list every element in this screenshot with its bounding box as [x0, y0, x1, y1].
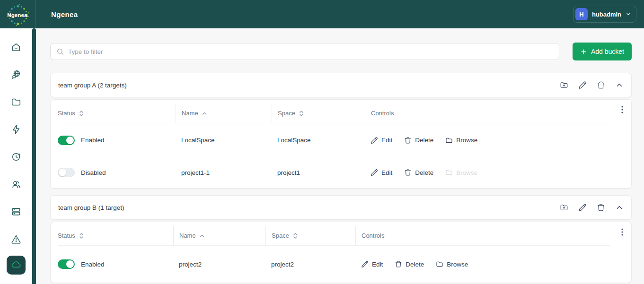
delete-button[interactable]: Delete	[395, 260, 424, 268]
table-row: Enabled project2 project2 Edit Delete	[58, 246, 610, 283]
edit-pencil-icon	[371, 137, 378, 144]
filter-field[interactable]	[50, 43, 559, 60]
column-header-controls: Controls	[365, 104, 610, 123]
group-b-title: team group B (1 target)	[58, 204, 124, 211]
browse-button[interactable]: Browse	[445, 137, 477, 144]
add-target-folder-plus-icon[interactable]	[560, 203, 568, 212]
table-row: Enabled LocalSpace LocalSpace Edit Del	[58, 123, 610, 157]
group-a-header: team group A (2 targets)	[50, 73, 632, 97]
column-header-status[interactable]: Status	[58, 226, 173, 245]
folder-icon[interactable]	[11, 97, 21, 107]
status-toggle[interactable]	[58, 259, 75, 269]
browse-button-disabled: Browse	[445, 169, 477, 176]
activity-zap-icon[interactable]	[11, 124, 21, 135]
add-bucket-button[interactable]: Add bucket	[573, 43, 632, 60]
group-a-table-header: Status Name Space Controls	[58, 103, 610, 123]
users-icon[interactable]	[11, 179, 21, 189]
cloud-service-button[interactable]	[7, 256, 26, 275]
filter-input[interactable]	[68, 48, 553, 55]
toggle-knob	[59, 169, 66, 176]
edit-group-pencil-icon[interactable]	[578, 81, 587, 89]
status-toggle[interactable]	[58, 136, 75, 145]
collapse-chevron-up-icon[interactable]	[615, 81, 624, 89]
sort-both-icon	[293, 232, 298, 239]
bucket-group-a: team group A (2 targets) Statu	[50, 73, 632, 189]
username-label: hubadmin	[592, 11, 621, 18]
group-b-actions	[560, 203, 624, 212]
column-header-name[interactable]: Name	[173, 226, 265, 245]
edit-button[interactable]: Edit	[371, 169, 392, 176]
group-b-header: team group B (1 target)	[50, 195, 632, 220]
edit-group-pencil-icon[interactable]	[578, 203, 587, 212]
alerts-warning-icon[interactable]	[11, 234, 21, 244]
add-target-folder-plus-icon[interactable]	[560, 81, 568, 89]
delete-group-trash-icon[interactable]	[597, 203, 605, 212]
space-cell: project2	[265, 261, 355, 268]
cloud-icon	[10, 259, 22, 271]
browse-folder-icon	[445, 137, 453, 144]
chevron-down-icon	[626, 11, 631, 17]
name-cell: project2	[173, 261, 265, 268]
main-content: Add bucket team group A (2 targets)	[36, 28, 644, 284]
space-cell: project1	[272, 169, 365, 176]
group-b-table-header: Status Name Space Controls	[58, 226, 610, 246]
plus-icon	[580, 48, 587, 55]
browse-folder-icon	[445, 169, 453, 176]
space-cell: LocalSpace	[272, 137, 365, 144]
column-header-space[interactable]: Space	[265, 226, 355, 245]
ngenea-logo: Ngenea.	[0, 0, 36, 28]
edit-button[interactable]: Edit	[361, 260, 383, 268]
sort-both-icon	[299, 110, 304, 117]
sidebar-nav	[0, 28, 32, 284]
status-toggle[interactable]	[58, 168, 75, 177]
status-label: Enabled	[81, 261, 105, 268]
status-label: Disabled	[81, 169, 106, 176]
status-cell: Enabled	[58, 259, 173, 269]
column-header-controls: Controls	[355, 226, 610, 245]
sort-asc-icon	[200, 234, 204, 238]
toggle-knob	[66, 137, 74, 144]
toolbar: Add bucket	[50, 43, 632, 60]
logo-wordmark: Ngenea.	[7, 12, 28, 18]
table-row: Disabled project1-1 project1 Edit Dele	[58, 157, 610, 188]
sort-asc-icon	[202, 112, 207, 115]
group-a-title: team group A (2 targets)	[58, 82, 127, 89]
collapse-chevron-up-icon[interactable]	[615, 203, 624, 212]
sidebar-accent-strip	[32, 28, 36, 284]
column-header-name[interactable]: Name	[176, 104, 272, 123]
controls-cell: Edit Delete Browse	[355, 260, 610, 268]
delete-group-trash-icon[interactable]	[597, 81, 605, 89]
table-options-kebab-icon[interactable]	[619, 105, 626, 114]
edit-button[interactable]: Edit	[371, 137, 392, 144]
column-header-space[interactable]: Space	[272, 104, 365, 123]
discover-globe-icon[interactable]	[11, 69, 21, 80]
column-header-status[interactable]: Status	[58, 104, 176, 123]
group-a-table-card: Status Name Space Controls	[50, 99, 632, 189]
edit-pencil-icon	[371, 169, 378, 176]
page-title: Ngenea	[51, 10, 78, 18]
browse-button[interactable]: Browse	[436, 260, 468, 268]
search-icon	[56, 48, 64, 55]
status-cell: Enabled	[58, 136, 176, 145]
ngenea-logo-icon: Ngenea.	[5, 1, 31, 27]
history-clock-icon[interactable]	[11, 152, 21, 162]
home-icon[interactable]	[11, 42, 21, 52]
delete-button[interactable]: Delete	[404, 169, 433, 176]
table-options-kebab-icon[interactable]	[619, 228, 626, 236]
delete-button[interactable]: Delete	[404, 137, 433, 144]
user-avatar: H	[575, 8, 588, 20]
sort-both-icon	[79, 232, 84, 239]
delete-trash-icon	[395, 260, 402, 268]
sort-both-icon	[79, 110, 84, 117]
status-cell: Disabled	[58, 168, 176, 177]
controls-cell: Edit Delete Browse	[365, 137, 610, 144]
name-cell: LocalSpace	[176, 137, 272, 144]
status-label: Enabled	[81, 137, 105, 144]
toggle-knob	[66, 260, 74, 268]
edit-pencil-icon	[361, 260, 369, 268]
user-menu[interactable]: H hubadmin	[573, 6, 636, 23]
servers-icon[interactable]	[11, 207, 21, 217]
controls-cell: Edit Delete Browse	[365, 169, 610, 176]
delete-trash-icon	[404, 169, 412, 176]
add-bucket-label: Add bucket	[591, 48, 624, 55]
